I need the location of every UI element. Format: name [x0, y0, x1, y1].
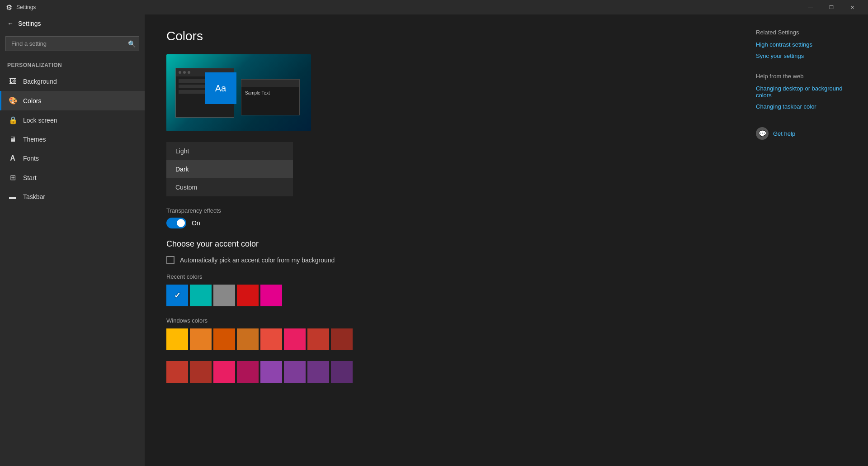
start-icon: ⊞	[9, 173, 17, 182]
sidebar-item-lockscreen[interactable]: 🔒 Lock screen	[0, 110, 145, 130]
preview-dialog-bar	[241, 80, 299, 87]
search-input[interactable]	[5, 36, 139, 51]
search-icon[interactable]: 🔍	[128, 40, 136, 48]
fonts-icon: A	[9, 154, 17, 162]
recent-colors-label: Recent colors	[166, 273, 720, 280]
colors-icon: 🎨	[9, 96, 17, 105]
taskbar-icon: ▬	[9, 193, 17, 201]
color-swatch-recent-3[interactable]	[237, 285, 259, 306]
sidebar-category-label: Personalization	[0, 58, 145, 72]
sidebar-item-label: Lock screen	[23, 117, 57, 124]
sidebar-item-label: Start	[23, 174, 37, 181]
preview-dot	[183, 71, 186, 74]
windows-colors-row2	[166, 361, 720, 383]
search-container: 🔍	[5, 36, 139, 51]
related-settings-title: Related Settings	[756, 29, 854, 36]
preview-dialog: Sample Text	[241, 79, 300, 115]
win-color-14[interactable]	[307, 361, 329, 383]
back-arrow-icon: ←	[7, 20, 14, 27]
win-color-12[interactable]	[260, 361, 282, 383]
minimize-button[interactable]: —	[800, 0, 821, 14]
windows-colors-label: Windows colors	[166, 317, 720, 324]
get-help-link[interactable]: Get help	[773, 130, 795, 137]
win-color-3[interactable]	[237, 328, 259, 350]
close-button[interactable]: ✕	[842, 0, 863, 14]
preview-sample-text: Sample Text	[241, 87, 299, 99]
win-color-8[interactable]	[166, 361, 188, 383]
divider	[756, 64, 854, 73]
sidebar-item-label: Themes	[23, 136, 46, 143]
win-color-2[interactable]	[213, 328, 235, 350]
preview-tile: Aa	[205, 72, 236, 104]
app-icon: ⚙	[5, 4, 13, 11]
sidebar: ← Settings 🔍 Personalization 🖼 Backgroun…	[0, 14, 145, 466]
win-color-13[interactable]	[284, 361, 306, 383]
win-color-15[interactable]	[331, 361, 353, 383]
preview-dot	[188, 71, 190, 74]
sidebar-item-background[interactable]: 🖼 Background	[0, 72, 145, 91]
auto-accent-checkbox[interactable]	[166, 256, 175, 264]
mode-option-dark[interactable]: Dark	[166, 160, 293, 178]
win-color-11[interactable]	[237, 361, 259, 383]
color-swatch-recent-2[interactable]	[213, 285, 235, 306]
background-icon: 🖼	[9, 77, 17, 86]
titlebar: ⚙ Settings — ❐ ✕	[0, 0, 868, 14]
related-link-sync[interactable]: Sync your settings	[756, 52, 854, 59]
color-swatch-recent-4[interactable]	[260, 285, 282, 306]
back-button[interactable]: ← Settings	[0, 14, 145, 33]
windows-colors-row1	[166, 328, 720, 350]
help-link-desktop[interactable]: Changing desktop or background colors	[756, 85, 854, 99]
app-body: ← Settings 🔍 Personalization 🖼 Backgroun…	[0, 14, 868, 466]
win-color-6[interactable]	[307, 328, 329, 350]
window-controls: — ❐ ✕	[800, 0, 863, 14]
transparency-label: Transparency effects	[166, 207, 720, 214]
help-link-taskbar[interactable]: Changing taskbar color	[756, 103, 854, 110]
toggle-row: On	[166, 218, 720, 228]
win-color-9[interactable]	[190, 361, 212, 383]
preview-background: Aa Sample Text	[166, 54, 311, 131]
right-panel: Related Settings High contrast settings …	[741, 14, 868, 466]
app-title: Settings	[16, 4, 800, 10]
win-color-7[interactable]	[331, 328, 353, 350]
win-color-4[interactable]	[260, 328, 282, 350]
transparency-section: Transparency effects On	[166, 207, 720, 228]
accent-section-title: Choose your accent color	[166, 239, 720, 249]
page-title: Colors	[166, 29, 720, 43]
themes-icon: 🖥	[9, 135, 17, 143]
sidebar-item-label: Colors	[23, 97, 41, 105]
sidebar-item-taskbar[interactable]: ▬ Taskbar	[0, 187, 145, 206]
toggle-knob	[177, 219, 185, 227]
back-label: Settings	[18, 20, 41, 27]
divider2	[756, 114, 854, 124]
related-link-contrast[interactable]: High contrast settings	[756, 41, 854, 48]
mode-dropdown: Light Dark Custom	[166, 142, 293, 196]
main-content: Colors Aa	[145, 14, 741, 466]
color-swatch-recent-1[interactable]	[190, 285, 212, 306]
get-help-row: 💬 Get help	[756, 127, 854, 140]
preview-dot	[179, 71, 181, 74]
preview-aa-text: Aa	[215, 83, 226, 94]
sidebar-item-colors[interactable]: 🎨 Colors	[0, 91, 145, 110]
win-color-5[interactable]	[284, 328, 306, 350]
win-color-0[interactable]	[166, 328, 188, 350]
mode-option-light[interactable]: Light	[166, 142, 293, 160]
sidebar-item-label: Background	[23, 78, 57, 85]
lockscreen-icon: 🔒	[9, 116, 17, 124]
sidebar-item-themes[interactable]: 🖥 Themes	[0, 130, 145, 149]
maximize-button[interactable]: ❐	[821, 0, 842, 14]
color-swatch-recent-0[interactable]	[166, 285, 188, 306]
get-help-icon: 💬	[756, 127, 769, 140]
sidebar-item-fonts[interactable]: A Fonts	[0, 149, 145, 168]
transparency-toggle[interactable]	[166, 218, 186, 228]
win-color-1[interactable]	[190, 328, 212, 350]
recent-colors-swatches	[166, 285, 720, 306]
preview-container: Aa Sample Text	[166, 54, 311, 131]
help-from-web-title: Help from the web	[756, 73, 854, 80]
auto-accent-row: Automatically pick an accent color from …	[166, 256, 720, 264]
transparency-state: On	[192, 219, 200, 227]
auto-accent-label: Automatically pick an accent color from …	[180, 257, 335, 264]
sidebar-item-start[interactable]: ⊞ Start	[0, 168, 145, 187]
sidebar-item-label: Fonts	[23, 155, 39, 162]
win-color-10[interactable]	[213, 361, 235, 383]
mode-option-custom[interactable]: Custom	[166, 178, 293, 196]
